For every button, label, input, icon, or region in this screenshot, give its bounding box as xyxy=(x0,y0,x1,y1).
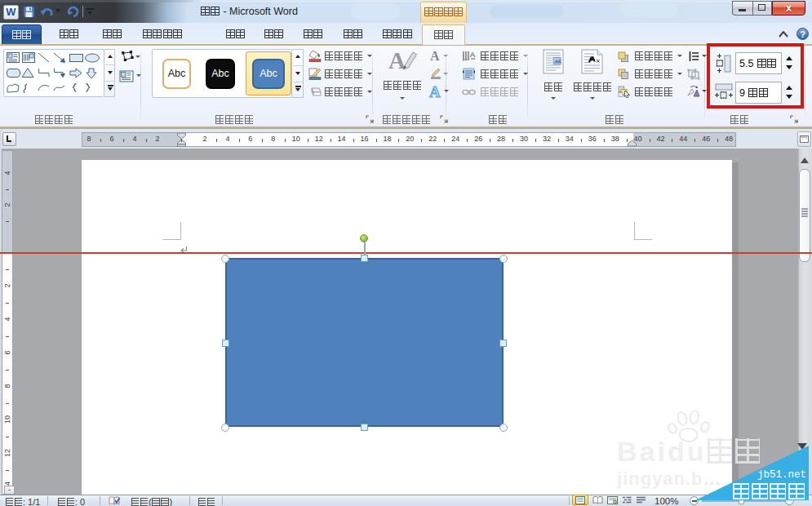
svg-text:A: A xyxy=(470,51,475,59)
svg-text:A: A xyxy=(388,47,406,73)
